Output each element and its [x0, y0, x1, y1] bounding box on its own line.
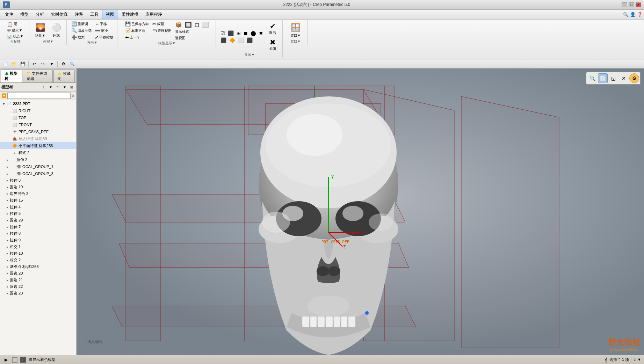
mini-zoom-btn[interactable]: 🔍	[587, 73, 597, 83]
menu-file[interactable]: 文件	[1, 10, 17, 19]
tree-item-pull10[interactable]: ▸ 拉伸 10	[0, 250, 76, 257]
tab-favorites[interactable]: ⭐ 收藏夹	[53, 70, 75, 82]
tree-item-pull9[interactable]: ▸ 拉伸 9	[0, 237, 76, 243]
qa-dropdown[interactable]: ▼	[48, 60, 56, 67]
tree-item-pull2[interactable]: ▸ 拉伸 2	[0, 156, 76, 163]
close-button[interactable]: ✕	[636, 2, 641, 7]
qa-open[interactable]: 📁	[10, 60, 18, 67]
ribbon-btn-saved-orient[interactable]: 💾已保存方向	[124, 21, 150, 27]
tree-item-pull15[interactable]: ▸ 拉伸 15	[0, 197, 76, 204]
tree-item-basepoint[interactable]: ▸ 基准点 标识1268	[0, 263, 76, 270]
expander-fillet20[interactable]: ▸	[5, 271, 10, 276]
status-geometry-dropdown[interactable]: 几▼	[634, 357, 641, 362]
ribbon-btn-display3[interactable]: ◻	[194, 21, 200, 28]
menu-view[interactable]: 视图	[102, 10, 118, 19]
tree-item-pull4[interactable]: ▸ 拉伸 4	[0, 204, 76, 210]
3d-viewport[interactable]: Y Z X PRT_CSYS_DEF 🔍 ⬜ ◱ ✕ ⚙ 插入模式 野火论坛 w…	[77, 68, 644, 355]
menu-simulation[interactable]: 实时仿真	[48, 10, 71, 19]
tree-item-pull7[interactable]: ▸ 拉伸 7	[0, 224, 76, 230]
ribbon-btn-d1[interactable]: ☑	[219, 30, 226, 36]
menu-annotation[interactable]: 注释	[71, 10, 87, 19]
qa-undo[interactable]: ↩	[30, 60, 38, 67]
ribbon-btn-zoom-in[interactable]: ➕放大	[70, 34, 93, 40]
ribbon-btn-layer[interactable]: 📋 层	[6, 21, 18, 27]
tree-dropdown-btn[interactable]: ▼	[48, 84, 54, 90]
qa-extra1[interactable]: ⚙	[59, 60, 67, 67]
expander-inter1[interactable]: ▸	[5, 245, 10, 249]
mini-settings-btn[interactable]: ⚙	[629, 73, 639, 83]
tree-item-inter2[interactable]: ▸ 相交 2	[0, 257, 76, 263]
mini-rotate-btn[interactable]: ✕	[619, 73, 629, 83]
status-play-icon[interactable]: ▶	[3, 357, 9, 363]
ribbon-btn-d10[interactable]: ⬛	[246, 37, 254, 43]
ribbon-btn-d7[interactable]: ⬛	[219, 37, 227, 43]
tree-item-fillet29[interactable]: ▸ 圆边 29	[0, 217, 76, 224]
tree-item-blend2[interactable]: ▸ 边界混合 2	[0, 190, 76, 197]
expander-pull15[interactable]: ▸	[5, 198, 10, 203]
tree-item-front[interactable]: ⬜ FRONT	[0, 121, 76, 128]
ribbon-btn-status[interactable]: 📊 状态▼	[6, 34, 24, 39]
expander-pull7[interactable]: ▸	[5, 225, 10, 230]
ribbon-btn-display-style-label[interactable]: 显示样式	[174, 29, 210, 35]
expander-fillet23[interactable]: ▸	[5, 291, 10, 296]
minimize-button[interactable]: ─	[622, 2, 627, 7]
expander-group3[interactable]: ▸	[5, 171, 10, 176]
ribbon-btn-section[interactable]: ✂截面	[151, 21, 173, 27]
ribbon-btn-display4[interactable]: ⬜	[201, 21, 210, 28]
tree-item-top[interactable]: ⬜ TOP	[0, 114, 76, 121]
ribbon-btn-display2[interactable]: 🔲	[184, 21, 193, 28]
ribbon-btn-show[interactable]: 👁 显示▼	[6, 28, 23, 33]
qa-extra2[interactable]: 🔍	[68, 60, 76, 67]
tree-item-root[interactable]: ▼ 📄 2222.PRT	[0, 100, 76, 107]
tree-item-pull5[interactable]: ▸ 拉伸 5	[0, 210, 76, 217]
ribbon-btn-d2[interactable]: ⬛	[227, 30, 235, 36]
ribbon-btn-to-view[interactable]: 造视图	[174, 35, 210, 41]
expander-fillet29[interactable]: ▸	[5, 218, 10, 223]
tree-item-inter1[interactable]: ▸ 相交 1	[0, 243, 76, 250]
menu-applications[interactable]: 应用程序	[142, 10, 166, 19]
tree-search-input[interactable]	[7, 93, 71, 99]
tree-menu-btn[interactable]: ≡	[55, 84, 61, 90]
tab-folder-browser[interactable]: 📁 文件夹浏览器	[23, 70, 53, 82]
clear-search-icon[interactable]: ✕	[71, 93, 75, 98]
tree-item-fillet19[interactable]: ▸ 圆边 19	[0, 184, 76, 190]
expander-pull5[interactable]: ▸	[5, 211, 10, 216]
ribbon-btn-zoom-out[interactable]: ➖缩小	[94, 28, 114, 34]
account-icon[interactable]: 👤	[630, 12, 636, 17]
menu-tools[interactable]: 工具	[87, 10, 102, 19]
ribbon-btn-rezoom[interactable]: 🔄重新调	[70, 21, 93, 27]
mini-view-btn[interactable]: ◱	[608, 73, 618, 83]
ribbon-btn-appearance[interactable]: ⚪ 外观	[49, 21, 64, 39]
ribbon-btn-d8[interactable]: 🔶	[228, 37, 236, 43]
expander-blend2[interactable]: ▸	[5, 191, 10, 196]
tree-item-group3[interactable]: ▸ 组LOCAL_GROUP_3	[0, 170, 76, 177]
expander-fillet22[interactable]: ▸	[5, 284, 10, 289]
status-box-icon2[interactable]	[20, 357, 26, 363]
qa-save[interactable]: 💾	[19, 60, 27, 67]
expander-pull10[interactable]: ▸	[5, 251, 10, 256]
ribbon-btn-close[interactable]: ✖ 关闭	[266, 37, 280, 52]
expander-fillet19[interactable]: ▸	[5, 185, 10, 190]
tree-item-fillet21[interactable]: ▸ 圆边 21	[0, 277, 76, 283]
ribbon-btn-d9[interactable]: ⬜	[237, 37, 245, 43]
menu-model[interactable]: 模型	[17, 10, 32, 19]
help-icon[interactable]: ❓	[637, 12, 643, 17]
ribbon-btn-pan-zoom[interactable]: ⤢平移缩放	[94, 34, 114, 40]
tree-expand-btn[interactable]: ⊞	[68, 84, 75, 90]
qa-redo[interactable]: ↪	[39, 60, 47, 67]
tree-item-right[interactable]: ⬜ RIGHT	[0, 107, 76, 114]
expander-basepoint[interactable]: ▸	[5, 264, 10, 269]
ribbon-btn-display-style[interactable]: 📦	[174, 21, 183, 28]
expander-pull4[interactable]: ▸	[5, 205, 10, 210]
expander-root[interactable]: ▼	[1, 101, 6, 106]
menu-flexible[interactable]: 柔性建模	[118, 10, 142, 19]
tree-item-pull3[interactable]: ▸ 拉伸 3	[0, 177, 76, 184]
expander-inter2[interactable]: ▸	[5, 258, 10, 263]
ribbon-btn-activate[interactable]: ✔ 激活	[266, 21, 280, 36]
tree-item-fillet20[interactable]: ▸ 圆边 20	[0, 270, 76, 277]
expander-fillet21[interactable]: ▸	[5, 278, 10, 283]
ribbon-btn-std-orient[interactable]: 🧭标准方向	[124, 28, 150, 34]
ribbon-btn-d5[interactable]: ⬤	[249, 30, 257, 36]
ribbon-btn-zoom-select[interactable]: 🔍缩放至选	[70, 28, 93, 34]
status-box-icon1[interactable]	[12, 357, 17, 363]
